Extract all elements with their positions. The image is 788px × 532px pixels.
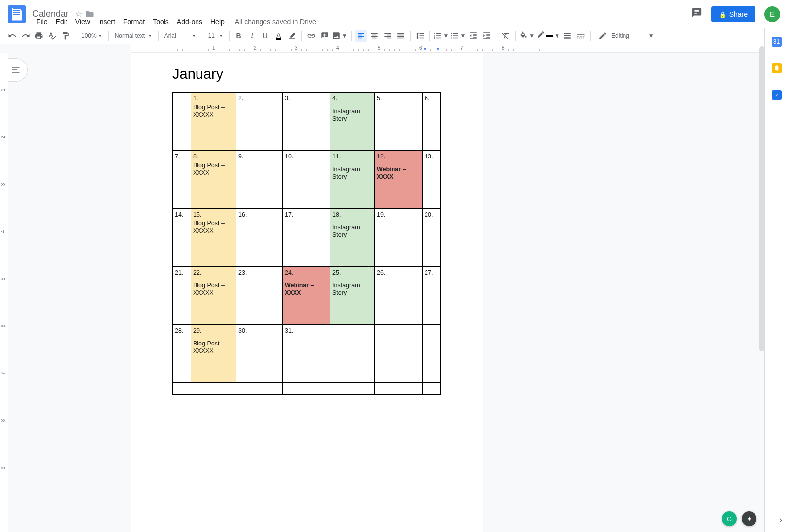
calendar-cell[interactable] xyxy=(375,383,423,395)
calendar-cell[interactable]: 10. xyxy=(283,151,330,209)
show-side-panel-icon[interactable]: › xyxy=(779,515,782,525)
save-status[interactable]: All changes saved in Drive xyxy=(235,16,316,28)
calendar-cell[interactable]: 22.Blog Post – XXXXX xyxy=(191,267,236,325)
line-spacing-button[interactable] xyxy=(414,30,426,42)
bulleted-list-button[interactable]: ▼ xyxy=(450,30,466,42)
calendar-cell[interactable]: 19. xyxy=(375,209,423,267)
underline-button[interactable]: U xyxy=(260,30,271,42)
calendar-cell[interactable] xyxy=(330,325,375,383)
share-button[interactable]: Share xyxy=(711,6,755,22)
vertical-ruler[interactable]: 123456789 xyxy=(0,53,8,532)
insert-image-button[interactable]: ▼ xyxy=(332,30,348,42)
calendar-cell[interactable]: 5. xyxy=(375,93,423,151)
document-page[interactable]: January 1.Blog Post – XXXXX2.3.4.Instagr… xyxy=(131,53,483,532)
calendar-cell[interactable]: 11.Instagram Story xyxy=(330,151,375,209)
redo-button[interactable] xyxy=(20,30,32,42)
menu-format[interactable]: Format xyxy=(120,16,148,28)
decrease-indent-button[interactable] xyxy=(467,30,479,42)
calendar-cell[interactable] xyxy=(173,383,191,395)
calendar-cell[interactable] xyxy=(283,383,330,395)
calendar-cell[interactable]: 23. xyxy=(236,267,283,325)
calendar-cell[interactable]: 12.Webinar – XXXX xyxy=(375,151,423,209)
explore-button[interactable]: ✦ xyxy=(742,511,756,526)
border-color-button[interactable]: ▼ xyxy=(536,30,560,42)
calendar-cell[interactable]: 29.Blog Post – XXXXX xyxy=(191,325,236,383)
calendar-cell[interactable]: 1.Blog Post – XXXXX xyxy=(191,93,236,151)
calendar-cell[interactable] xyxy=(423,325,441,383)
increase-indent-button[interactable] xyxy=(481,30,492,42)
menu-help[interactable]: Help xyxy=(207,16,228,28)
insert-link-button[interactable] xyxy=(305,30,317,42)
calendar-cell[interactable]: 28. xyxy=(173,325,191,383)
menu-addons[interactable]: Add-ons xyxy=(173,16,206,28)
calendar-cell[interactable]: 17. xyxy=(283,209,330,267)
account-avatar[interactable]: E xyxy=(764,6,780,22)
highlight-color-button[interactable] xyxy=(286,30,298,42)
calendar-cell[interactable]: 15.Blog Post – XXXXX xyxy=(191,209,236,267)
menu-view[interactable]: View xyxy=(72,16,94,28)
align-left-button[interactable] xyxy=(355,30,367,42)
calendar-cell[interactable]: 4.Instagram Story xyxy=(330,93,375,151)
align-center-button[interactable] xyxy=(368,30,380,42)
align-justify-button[interactable] xyxy=(395,30,407,42)
calendar-cell[interactable] xyxy=(330,383,375,395)
align-right-button[interactable] xyxy=(382,30,394,42)
horizontal-ruler[interactable]: 12345678▾▾ xyxy=(131,44,764,53)
text-color-button[interactable]: A xyxy=(273,30,285,42)
calendar-addon-icon[interactable]: 31 xyxy=(772,37,782,47)
calendar-cell[interactable]: 27. xyxy=(423,267,441,325)
day-number: 29. xyxy=(193,327,234,335)
styles-dropdown[interactable]: Normal text▼ xyxy=(112,30,155,42)
zoom-dropdown[interactable]: 100%▼ xyxy=(78,30,105,42)
docs-app-icon[interactable] xyxy=(8,5,26,23)
calendar-cell[interactable]: 7. xyxy=(173,151,191,209)
font-dropdown[interactable]: Arial▼ xyxy=(162,30,199,42)
calendar-cell[interactable]: 8.Blog Post – XXXX xyxy=(191,151,236,209)
border-width-button[interactable] xyxy=(561,30,573,42)
calendar-cell[interactable]: 18.Instagram Story xyxy=(330,209,375,267)
italic-button[interactable]: I xyxy=(246,30,258,42)
menu-insert[interactable]: Insert xyxy=(95,16,119,28)
tasks-addon-icon[interactable] xyxy=(772,90,782,100)
menu-tools[interactable]: Tools xyxy=(149,16,172,28)
calendar-cell[interactable]: 3. xyxy=(283,93,330,151)
border-dash-button[interactable] xyxy=(575,30,587,42)
calendar-cell[interactable]: 31. xyxy=(283,325,330,383)
grammarly-icon[interactable]: G xyxy=(722,511,737,526)
calendar-cell[interactable]: 26. xyxy=(375,267,423,325)
paint-format-button[interactable] xyxy=(60,30,71,42)
insert-comment-button[interactable] xyxy=(319,30,330,42)
menu-file[interactable]: File xyxy=(33,16,51,28)
calendar-cell[interactable] xyxy=(191,383,236,395)
calendar-cell[interactable]: 24.Webinar – XXXX xyxy=(283,267,330,325)
calendar-cell[interactable]: 16. xyxy=(236,209,283,267)
bold-button[interactable]: B xyxy=(233,30,245,42)
calendar-cell[interactable]: 14. xyxy=(173,209,191,267)
print-button[interactable] xyxy=(33,30,45,42)
calendar-cell[interactable]: 6. xyxy=(423,93,441,151)
comments-icon[interactable] xyxy=(691,7,702,21)
calendar-table[interactable]: 1.Blog Post – XXXXX2.3.4.Instagram Story… xyxy=(172,92,441,395)
calendar-cell[interactable] xyxy=(375,325,423,383)
calendar-cell[interactable]: 20. xyxy=(423,209,441,267)
fill-color-button[interactable]: ▼ xyxy=(519,30,535,42)
clear-formatting-button[interactable] xyxy=(500,30,512,42)
calendar-cell[interactable] xyxy=(173,93,191,151)
numbered-list-button[interactable]: ▼ xyxy=(433,30,449,42)
undo-button[interactable] xyxy=(6,30,18,42)
calendar-cell[interactable]: 25.Instagram Story xyxy=(330,267,375,325)
spellcheck-button[interactable] xyxy=(46,30,58,42)
mode-dropdown[interactable]: Editing ▼ xyxy=(593,31,659,40)
calendar-cell[interactable]: 9. xyxy=(236,151,283,209)
calendar-cell[interactable]: 2. xyxy=(236,93,283,151)
calendar-cell[interactable]: 30. xyxy=(236,325,283,383)
keep-addon-icon[interactable] xyxy=(772,63,782,73)
calendar-cell[interactable] xyxy=(236,383,283,395)
calendar-cell[interactable]: 21. xyxy=(173,267,191,325)
page-heading[interactable]: January xyxy=(172,66,441,82)
menu-edit[interactable]: Edit xyxy=(52,16,71,28)
calendar-cell[interactable]: 13. xyxy=(423,151,441,209)
calendar-cell[interactable] xyxy=(423,383,441,395)
scrollbar-thumb[interactable] xyxy=(759,46,764,351)
font-size-dropdown[interactable]: 11▼ xyxy=(205,30,226,42)
